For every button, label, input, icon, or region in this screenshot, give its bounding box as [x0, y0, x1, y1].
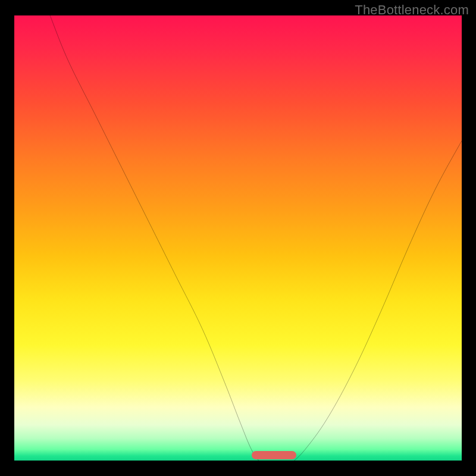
plot-area	[14, 15, 462, 461]
bottleneck-marker	[252, 451, 296, 459]
left-curve-path	[50, 15, 260, 463]
chart-frame: TheBottleneck.com	[0, 0, 476, 476]
right-curve-path	[292, 141, 462, 463]
curve-svg	[14, 15, 462, 463]
